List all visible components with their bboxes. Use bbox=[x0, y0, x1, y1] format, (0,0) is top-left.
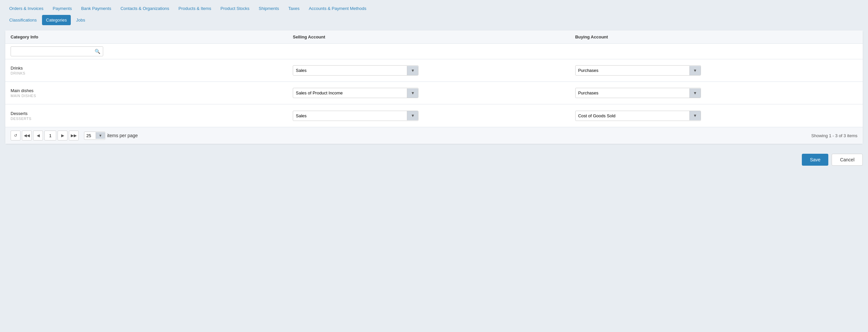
footer-actions: Save Cancel bbox=[0, 149, 868, 170]
search-button[interactable]: 🔍 bbox=[92, 47, 103, 56]
category-cell: DrinksDRINKS bbox=[10, 65, 293, 75]
category-code: DRINKS bbox=[10, 71, 293, 75]
category-name: Desserts bbox=[10, 111, 293, 116]
selling-account-arrow: ▼ bbox=[407, 66, 418, 75]
prev-page-button[interactable]: ◀ bbox=[33, 131, 43, 140]
buying-account-arrow: ▼ bbox=[689, 111, 701, 120]
col-header-buying: Buying Account bbox=[575, 34, 858, 39]
filter-row: 🔍 bbox=[5, 44, 863, 59]
page-number-input[interactable] bbox=[44, 131, 56, 140]
table-row: DessertsDESSERTSSalesSales of Product In… bbox=[5, 104, 863, 127]
buying-account-select[interactable]: PurchasesCost of Goods Sold bbox=[576, 65, 689, 75]
selling-account-cell: SalesSales of Product Income▼ bbox=[293, 111, 575, 121]
nav-row-1: Orders & InvoicesPaymentsBank PaymentsCo… bbox=[5, 3, 863, 13]
items-per-page-label: items per page bbox=[107, 133, 138, 138]
selling-account-select[interactable]: SalesSales of Product Income bbox=[293, 65, 407, 75]
nav-link-bank-payments[interactable]: Bank Payments bbox=[77, 3, 115, 13]
selling-account-cell: SalesSales of Product Income▼ bbox=[293, 65, 575, 76]
selling-account-arrow: ▼ bbox=[407, 111, 418, 120]
refresh-button[interactable]: ↺ bbox=[10, 131, 21, 140]
items-per-page-arrow: ▼ bbox=[96, 132, 105, 139]
buying-account-cell: PurchasesCost of Goods Sold▼ bbox=[575, 111, 858, 121]
buying-account-select[interactable]: PurchasesCost of Goods Sold bbox=[576, 88, 689, 98]
data-rows-container: DrinksDRINKSSalesSales of Product Income… bbox=[5, 59, 863, 127]
next-page-button[interactable]: ▶ bbox=[58, 131, 67, 140]
category-cell: Main dishesMAIN DISHES bbox=[10, 88, 293, 98]
table-row: Main dishesMAIN DISHESSalesSales of Prod… bbox=[5, 82, 863, 104]
nav-link-payments[interactable]: Payments bbox=[49, 3, 76, 13]
nav-link-accounts-payment-methods[interactable]: Accounts & Payment Methods bbox=[305, 3, 370, 13]
nav-link-classifications[interactable]: Classifications bbox=[5, 15, 41, 25]
nav-link-orders-invoices[interactable]: Orders & Invoices bbox=[5, 3, 47, 13]
category-code: MAIN DISHES bbox=[10, 94, 293, 98]
selling-account-arrow: ▼ bbox=[407, 88, 418, 98]
category-code: DESSERTS bbox=[10, 117, 293, 120]
items-per-page-select[interactable]: 25 50 100 bbox=[84, 132, 96, 139]
selling-account-select[interactable]: SalesSales of Product Income bbox=[293, 88, 407, 98]
pagination-controls: ↺ ◀◀ ◀ ▶ ▶▶ 25 50 100 ▼ items per page bbox=[10, 131, 138, 140]
selling-account-select[interactable]: SalesSales of Product Income bbox=[293, 111, 407, 120]
category-name: Main dishes bbox=[10, 88, 293, 93]
buying-account-cell: PurchasesCost of Goods Sold▼ bbox=[575, 65, 858, 76]
nav-link-product-stocks[interactable]: Product Stocks bbox=[217, 3, 253, 13]
nav-row-2: ClassificationsCategoriesJobs bbox=[5, 15, 863, 25]
nav-link-products-items[interactable]: Products & Items bbox=[175, 3, 215, 13]
table-row: DrinksDRINKSSalesSales of Product Income… bbox=[5, 59, 863, 82]
nav-link-jobs[interactable]: Jobs bbox=[72, 15, 89, 25]
showing-text: Showing 1 - 3 of 3 items bbox=[811, 133, 858, 138]
search-input[interactable] bbox=[11, 47, 92, 56]
nav-link-categories[interactable]: Categories bbox=[42, 15, 71, 25]
nav-link-taxes[interactable]: Taxes bbox=[284, 3, 303, 13]
items-per-page-select-wrapper: 25 50 100 ▼ bbox=[84, 132, 105, 140]
pagination-row: ↺ ◀◀ ◀ ▶ ▶▶ 25 50 100 ▼ items per page S… bbox=[5, 127, 863, 144]
buying-account-select[interactable]: PurchasesCost of Goods Sold bbox=[576, 111, 689, 120]
col-header-category: Category Info bbox=[10, 34, 293, 39]
last-page-button[interactable]: ▶▶ bbox=[69, 131, 79, 140]
items-per-page-wrapper: 25 50 100 ▼ items per page bbox=[84, 132, 138, 140]
col-header-selling: Selling Account bbox=[293, 34, 575, 39]
main-content: Category Info Selling Account Buying Acc… bbox=[5, 30, 863, 144]
category-cell: DessertsDESSERTS bbox=[10, 111, 293, 120]
category-name: Drinks bbox=[10, 65, 293, 71]
nav-link-contacts-organizations[interactable]: Contacts & Organizations bbox=[117, 3, 173, 13]
save-button[interactable]: Save bbox=[802, 154, 828, 166]
selling-account-cell: SalesSales of Product Income▼ bbox=[293, 88, 575, 98]
buying-account-arrow: ▼ bbox=[689, 66, 701, 75]
first-page-button[interactable]: ◀◀ bbox=[22, 131, 32, 140]
cancel-button[interactable]: Cancel bbox=[832, 154, 863, 166]
table-header: Category Info Selling Account Buying Acc… bbox=[5, 30, 863, 44]
search-wrapper: 🔍 bbox=[10, 46, 103, 56]
buying-account-arrow: ▼ bbox=[689, 88, 701, 98]
nav-link-shipments[interactable]: Shipments bbox=[255, 3, 283, 13]
buying-account-cell: PurchasesCost of Goods Sold▼ bbox=[575, 88, 858, 98]
